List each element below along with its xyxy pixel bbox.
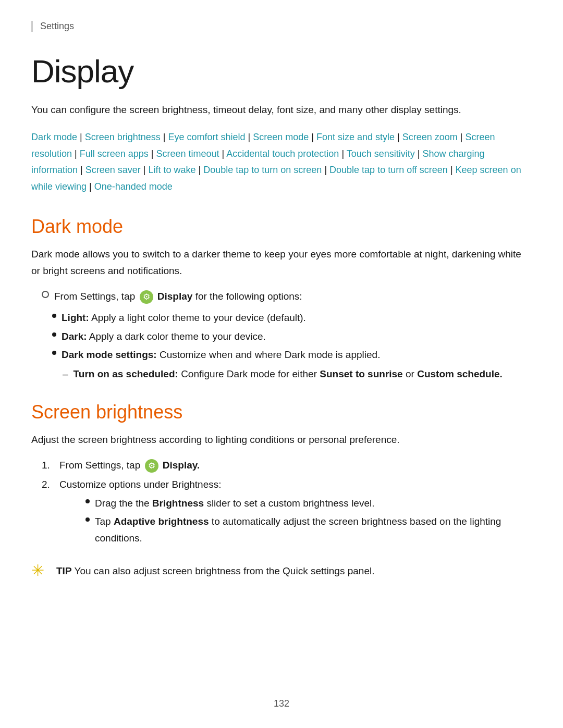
section-title-dark-mode: Dark mode [31, 216, 532, 238]
scheduled-text: Turn on as scheduled: Configure Dark mod… [74, 366, 503, 382]
list-item-light: Light: Apply a light color theme to your… [52, 310, 532, 326]
dark-mode-circle-list: From Settings, tap Display for the follo… [31, 288, 532, 304]
list-item-dark-mode-settings: Dark mode settings: Customize when and w… [52, 347, 532, 363]
toc-link-double-tap-off[interactable]: Double tap to turn off screen [329, 165, 448, 175]
page-title: Display [31, 53, 532, 90]
sub-bullet-dot [85, 499, 90, 503]
toc-link-double-tap-on[interactable]: Double tap to turn on screen [203, 165, 322, 175]
toc-links: Dark mode | Screen brightness | Eye comf… [31, 129, 532, 195]
breadcrumb-text: Settings [40, 21, 74, 31]
settings-icon-dark-mode [140, 290, 153, 304]
circle-bullet [42, 291, 49, 298]
dash-char: – [63, 366, 68, 382]
bullet-dot [52, 314, 56, 318]
dark-mode-bullet-list: Light: Apply a light color theme to your… [31, 310, 532, 363]
from-settings-text: From Settings, tap Display for the follo… [54, 288, 302, 304]
tip-sun-icon: ✳ [31, 563, 49, 581]
settings-icon-brightness [145, 459, 158, 473]
toc-link-font-size[interactable]: Font size and style [316, 132, 395, 142]
tip-text: TIP You can also adjust screen brightnes… [56, 563, 374, 579]
ordered-item-2: 2. Customize options under Brightness: D… [42, 476, 532, 548]
screen-brightness-desc: Adjust the screen brightness according t… [31, 431, 532, 448]
list-item-dark: Dark: Apply a dark color theme to your d… [52, 328, 532, 344]
ordered-item-1: 1. From Settings, tap Display. [42, 457, 532, 473]
toc-link-touch-sensitivity[interactable]: Touch sensitivity [347, 149, 415, 159]
brightness-slider-text: Drag the the Brightness slider to set a … [95, 495, 374, 511]
sub-item-adaptive-brightness: Tap Adaptive brightness to automatically… [85, 513, 532, 546]
page-container: Settings Display You can configure the s… [0, 0, 563, 728]
dark-option-text: Dark: Apply a dark color theme to your d… [62, 328, 266, 344]
list-item-turn-on-scheduled: – Turn on as scheduled: Configure Dark m… [63, 366, 532, 382]
ordered-num-1: 1. [42, 457, 54, 473]
breadcrumb: Settings [31, 21, 532, 32]
list-item-from-settings: From Settings, tap Display for the follo… [42, 288, 532, 304]
page-number: 132 [274, 698, 289, 709]
toc-link-screen-timeout[interactable]: Screen timeout [156, 149, 219, 159]
intro-text: You can configure the screen brightness,… [31, 102, 532, 118]
step2-text: Customize options under Brightness: Drag… [59, 476, 532, 548]
sun-icon: ✳ [31, 562, 44, 579]
toc-link-one-handed[interactable]: One-handed mode [94, 181, 173, 192]
light-option-text: Light: Apply a light color theme to your… [62, 310, 306, 326]
section-title-screen-brightness: Screen brightness [31, 401, 532, 423]
toc-link-dark-mode[interactable]: Dark mode [31, 132, 77, 142]
adaptive-brightness-text: Tap Adaptive brightness to automatically… [95, 513, 532, 546]
sub-item-brightness-slider: Drag the the Brightness slider to set a … [85, 495, 532, 511]
toc-link-screen-mode[interactable]: Screen mode [253, 132, 309, 142]
bullet-dot [52, 332, 56, 337]
toc-link-accidental-touch[interactable]: Accidental touch protection [226, 149, 339, 159]
sub-bullet-dot [85, 517, 90, 522]
brightness-sub-list: Drag the the Brightness slider to set a … [59, 495, 532, 546]
screen-brightness-ordered-list: 1. From Settings, tap Display. 2. Custom… [31, 457, 532, 548]
toc-link-eye-comfort[interactable]: Eye comfort shield [168, 132, 246, 142]
dark-mode-dash-list: – Turn on as scheduled: Configure Dark m… [31, 366, 532, 382]
step1-text: From Settings, tap Display. [59, 457, 200, 473]
dark-mode-desc: Dark mode allows you to switch to a dark… [31, 246, 532, 279]
toc-link-screen-saver[interactable]: Screen saver [85, 165, 141, 175]
toc-link-screen-zoom[interactable]: Screen zoom [402, 132, 458, 142]
toc-link-full-screen[interactable]: Full screen apps [80, 149, 149, 159]
dark-mode-settings-text: Dark mode settings: Customize when and w… [62, 347, 380, 363]
toc-link-lift-to-wake[interactable]: Lift to wake [148, 165, 195, 175]
tip-box: ✳ TIP You can also adjust screen brightn… [31, 563, 532, 581]
bullet-dot [52, 351, 56, 355]
page-footer: 132 [0, 698, 563, 709]
ordered-num-2: 2. [42, 476, 54, 492]
toc-link-screen-brightness[interactable]: Screen brightness [85, 132, 161, 142]
